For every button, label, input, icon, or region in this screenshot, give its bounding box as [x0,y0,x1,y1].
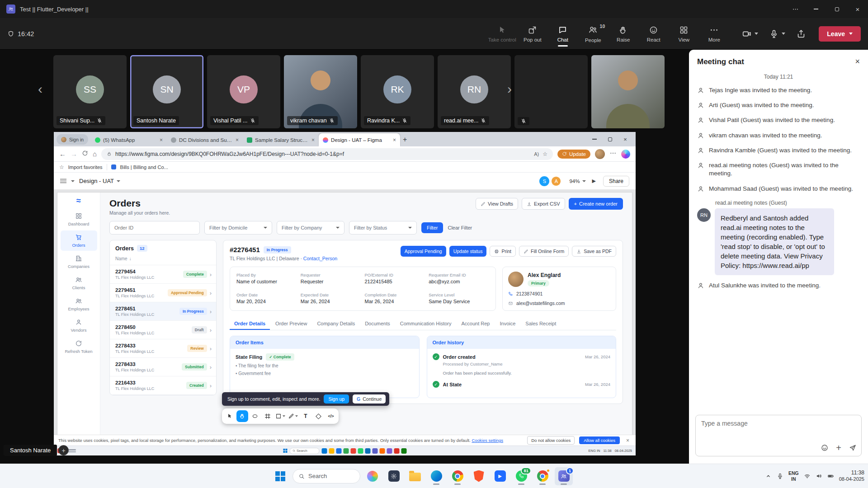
detail-tab[interactable]: Documents [360,317,395,330]
tab-close-icon[interactable]: × [393,137,396,143]
favorite-star-icon[interactable]: ☆ [542,151,547,157]
move-tool-icon[interactable] [224,410,236,422]
attach-plus-icon[interactable]: + [836,443,841,452]
close-icon[interactable]: × [855,57,860,66]
browser-maximize-button[interactable] [602,132,618,146]
share-screen-button[interactable] [793,24,810,43]
approval-pending-button[interactable]: Approval Pending [401,246,446,257]
collaborator-avatar[interactable]: S [539,176,549,186]
sidebar-item-refresh-token[interactable]: Refresh Token [61,337,97,357]
video-tile[interactable] [591,55,665,128]
start-button[interactable] [271,467,289,485]
language-indicator[interactable]: ENG IN [589,449,600,453]
taskbar-app-icon[interactable] [343,448,349,454]
print-button[interactable]: Print [490,246,516,257]
chevron-down-icon[interactable] [782,33,785,35]
taskbar-app-icon[interactable] [358,448,363,454]
order-row[interactable]: 2278450 TL Flex Holdings LLC Draft › [110,321,216,339]
hand-tool-icon[interactable] [236,410,248,422]
taskbar-app-icon[interactable] [387,448,392,454]
video-tile[interactable] [514,55,588,128]
sidebar-item-dashboard[interactable]: Dashboard [61,209,97,230]
continue-with-google-button[interactable]: GContinue [353,394,386,404]
order-row[interactable]: 2216433 TL Flex Holdings LLC Created › [110,376,216,395]
video-tile[interactable]: SN Santosh Narate [130,55,203,128]
sidebar-item-companies[interactable]: Companies [61,252,97,272]
chevron-down-icon[interactable] [71,180,75,182]
edge-icon[interactable] [427,467,445,485]
taskbar-search-box[interactable]: Search [292,469,360,483]
frame-tool-icon[interactable] [262,410,274,422]
taskbar-app-icon[interactable] [329,448,334,454]
url-field[interactable]: https://www.figma.com/design/9BKQ0FOHRWa… [101,148,553,160]
home-icon[interactable]: ⌂ [93,150,97,158]
leave-button[interactable]: Leave [819,26,861,42]
emoji-icon[interactable] [821,444,829,452]
browser-profile-avatar[interactable] [595,149,605,159]
video-tile[interactable]: RK Ravindra K... [361,55,434,128]
figma-share-button[interactable]: Share [603,176,629,187]
chevron-down-icon[interactable] [755,33,758,35]
export-csv-button[interactable]: Export CSV [522,198,565,210]
contact-person-link[interactable]: Contact_Person [303,256,337,261]
comment-tool-icon[interactable] [249,410,261,422]
view-drafts-button[interactable]: View Drafts [476,198,518,210]
chat-button[interactable]: Chat [547,21,578,47]
browser-tab[interactable]: DC Divisions and Surroundings × [167,133,243,146]
order-row[interactable]: 2278433 TL Flex Holdings LLC Submitted › [110,358,216,376]
figma-doc-title[interactable]: Design - UAT [79,178,120,184]
collaborator-avatar[interactable]: A [551,176,561,186]
deny-cookies-button[interactable]: Do not allow cookies [527,436,575,445]
taskbar-app-icon[interactable] [379,448,385,454]
raise-hand-button[interactable]: Raise [608,21,638,47]
whatsapp-icon[interactable]: 81 [512,467,530,485]
order-row[interactable]: 2278433 TL Flex Holdings LLC Review › [110,339,216,358]
create-new-order-button[interactable]: +Create new order [569,198,623,210]
detail-tab[interactable]: Communication History [396,317,456,330]
present-icon[interactable]: ▶ [592,178,596,184]
chrome-profile-icon[interactable] [533,467,552,485]
clear-filter-button[interactable]: Clear Filter [448,225,472,230]
detail-tab[interactable]: Account Rep [457,317,495,330]
browser-tab[interactable]: Sign in × [57,134,88,145]
read-aloud-icon[interactable]: A) [534,151,539,157]
tray-date[interactable]: 08-04-2025 [615,449,632,453]
sidebar-item-clients[interactable]: Clients [61,273,97,293]
brave-icon[interactable] [470,467,488,485]
sort-desc-icon[interactable]: ↓ [129,256,132,261]
browser-tab[interactable]: (5) WhatsApp × [91,133,167,146]
sign-up-button[interactable]: Sign up [324,394,349,404]
name-column-header[interactable]: Name [115,256,127,261]
detail-tab[interactable]: Company Details [312,317,359,330]
browser-tab[interactable]: Design - UAT – Figma × [319,133,400,146]
gallery-prev-button[interactable]: ‹ [38,82,42,96]
video-tile[interactable]: VP Vishal Patil ... [207,55,280,128]
fill-online-form-button[interactable]: Fill Online Form [519,246,569,257]
taskbar-app-icon[interactable] [365,448,370,454]
send-icon[interactable] [849,444,857,452]
tray-caret-up-icon[interactable] [765,473,772,479]
video-tile[interactable]: vikram chavan [284,55,357,128]
language-indicator[interactable]: ENGIN [788,470,799,481]
domicile-filter-select[interactable]: Filter by Domicile [204,221,272,235]
browser-tab[interactable]: Sample Salary Structure with cal... × [243,133,319,146]
settings-icon[interactable] [385,467,403,485]
detail-tab[interactable]: Order Preview [271,317,311,330]
volume-icon[interactable] [816,473,822,479]
cookie-settings-link[interactable]: Cookies settings [472,438,503,443]
browser-minimize-button[interactable] [587,132,602,146]
taskbar-clock[interactable]: 11:3808-04-2025 [839,469,864,483]
more-button[interactable]: More [699,21,729,47]
update-status-button[interactable]: Update status [449,246,487,257]
filter-button[interactable]: Filter [421,222,443,233]
video-tile[interactable]: SS Shivani Sup... [53,55,127,128]
taskbar-app-icon[interactable] [401,448,406,454]
people-button[interactable]: 10People [578,21,608,47]
view-button[interactable]: View [669,21,699,47]
back-icon[interactable]: ← [59,150,66,158]
forward-icon[interactable]: → [71,150,77,158]
allow-cookies-button[interactable]: Allow all cookies [579,436,620,444]
copilot-icon[interactable] [363,467,382,485]
tab-close-icon[interactable]: × [236,137,239,143]
order-row[interactable]: 2279454 TL Flex Holdings LLC Complete › [110,265,216,284]
